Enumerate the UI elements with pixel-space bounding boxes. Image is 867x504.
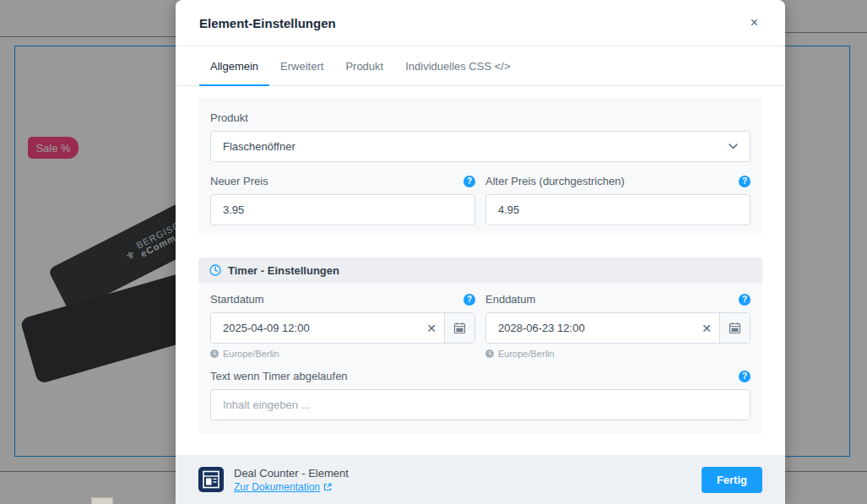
done-button[interactable]: Fertig [702,467,762,493]
old-price-input[interactable] [485,194,750,225]
end-timezone-row: Europe/Berlin [485,349,750,359]
modal-body: Produkt Flaschenöffner Neuer Preis ? [176,86,785,434]
product-select-value: Flaschenöffner [223,140,295,153]
old-price-label: Alter Preis (durchgestrichen) [485,175,625,187]
tab-individuelles-css[interactable]: Individuelles CSS </> [394,46,521,85]
chevron-down-icon [729,144,738,149]
new-price-label: Neuer Preis [210,175,268,187]
modal-header: Element-Einstellungen × [176,0,785,46]
clear-icon[interactable]: ✕ [694,313,719,343]
help-icon[interactable]: ? [463,294,475,306]
calendar-icon[interactable] [719,313,750,343]
end-date-input[interactable] [486,313,694,343]
calendar-icon[interactable] [444,313,474,343]
clock-icon [209,264,221,276]
timezone-clock-icon [485,350,494,358]
element-name: Deal Counter - Element [234,467,349,480]
element-settings-modal: Element-Einstellungen × Allgemein Erweit… [176,0,785,504]
timer-card-title: Timer - Einstellungen [228,264,339,277]
start-date-input[interactable] [211,313,419,343]
help-icon[interactable]: ? [739,371,750,382]
expired-text-label: Text wenn Timer abgelaufen [210,370,348,382]
start-timezone-row: Europe/Berlin [210,349,475,359]
end-date-control: ✕ [485,312,750,344]
help-icon[interactable]: ? [739,176,750,187]
old-price-field-group: Alter Preis (durchgestrichen) ? [485,175,750,225]
start-date-field-group: Startdatum ? ✕ [210,293,475,359]
tab-erweitert[interactable]: Erweitert [269,46,334,85]
expired-text-field-group: Text wenn Timer abgelaufen ? [210,370,750,420]
product-label: Produkt [210,111,248,124]
product-settings-card: Produkt Flaschenöffner Neuer Preis ? [198,98,762,235]
end-date-field-group: Enddatum ? ✕ [485,293,750,359]
documentation-link[interactable]: Zur Dokumentation [234,481,349,493]
tab-produkt[interactable]: Produkt [334,46,394,85]
clear-icon[interactable]: ✕ [419,313,444,343]
end-date-label: Enddatum [485,293,535,306]
start-timezone-label: Europe/Berlin [223,349,279,359]
modal-footer: Deal Counter - Element Zur Dokumentation… [176,455,785,504]
partial-bottom-element [91,497,113,504]
product-select[interactable]: Flaschenöffner [210,131,750,162]
external-link-icon [323,483,332,491]
timer-card-header: Timer - Einstellungen [198,257,762,283]
timer-settings-card: Timer - Einstellungen Startdatum ? ✕ [198,257,762,434]
close-icon[interactable]: × [747,13,761,33]
help-icon[interactable]: ? [739,294,750,306]
start-date-label: Startdatum [210,293,264,306]
element-block-icon [198,467,224,492]
end-timezone-label: Europe/Berlin [498,349,555,359]
expired-text-input[interactable] [210,389,750,420]
tab-allgemein[interactable]: Allgemein [199,46,269,85]
help-icon[interactable]: ? [463,176,475,187]
new-price-field-group: Neuer Preis ? [210,175,475,225]
new-price-input[interactable] [210,194,475,225]
start-date-control: ✕ [210,312,475,344]
timezone-clock-icon [210,350,219,358]
modal-title: Element-Einstellungen [199,16,336,30]
settings-tabbar: Allgemein Erweitert Produkt Individuelle… [176,46,785,86]
